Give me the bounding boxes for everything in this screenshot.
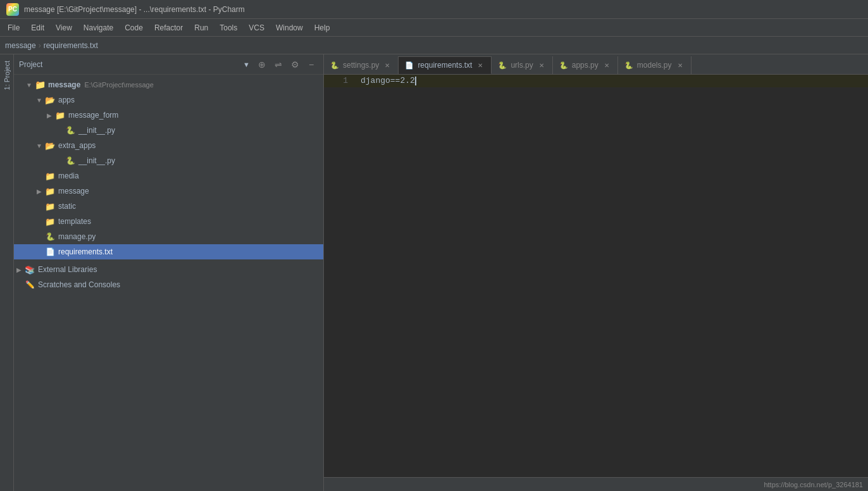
root-label: message <box>48 80 80 89</box>
message-form-arrow-icon: ▶ <box>44 112 54 119</box>
editor-line-1: 1 django==2.2 <box>324 75 868 87</box>
menu-bar: File Edit View Navigate Code Refactor Ru… <box>0 19 868 37</box>
ext-lib-icon: 📚 <box>24 264 35 275</box>
root-path: E:\GitProject\message <box>84 81 153 89</box>
panel-strip: 1: Project <box>0 54 14 491</box>
menu-help[interactable]: Help <box>309 22 335 34</box>
static-label: static <box>58 202 76 211</box>
breadcrumb-file[interactable]: requirements.txt <box>44 41 98 50</box>
apps-py-close-btn[interactable]: ✕ <box>602 61 611 70</box>
project-panel-header: Project ▼ ⊕ ⇌ ⚙ − <box>14 54 323 75</box>
scratches-icon: ✏️ <box>24 279 35 290</box>
tree-templates[interactable]: 📁 templates <box>14 214 323 229</box>
urls-py-icon: 🐍 <box>498 61 507 70</box>
urls-py-close-btn[interactable]: ✕ <box>537 61 546 70</box>
urls-py-tab-label: urls.py <box>511 61 533 70</box>
requirements-tab-icon: 📄 <box>405 61 414 70</box>
requirements-tab-label: requirements.txt <box>418 61 472 70</box>
apps-py-icon: 🐍 <box>559 61 568 70</box>
tree-scratches[interactable]: ✏️ Scratches and Consoles <box>14 277 323 292</box>
menu-edit[interactable]: Edit <box>26 22 49 34</box>
extra-apps-label: extra_apps <box>58 141 96 150</box>
tree-message-form[interactable]: ▶ 📁 message_form <box>14 108 323 123</box>
close-panel-btn[interactable]: − <box>304 58 318 71</box>
tree-external-libraries[interactable]: ▶ 📚 External Libraries <box>14 262 323 277</box>
breadcrumb-message[interactable]: message <box>5 41 36 50</box>
apps-py-tab-label: apps.py <box>572 61 598 70</box>
root-folder-icon: 📁 <box>34 79 46 90</box>
media-folder-icon: 📁 <box>44 170 56 182</box>
project-dropdown-arrow: ▼ <box>243 61 250 68</box>
root-arrow-icon: ▼ <box>24 82 34 89</box>
menu-window[interactable]: Window <box>271 22 308 34</box>
tab-models-py[interactable]: 🐍 models.py ✕ <box>618 56 691 74</box>
tab-urls-py[interactable]: 🐍 urls.py ✕ <box>492 56 552 74</box>
tree-apps[interactable]: ▼ 📂 apps <box>14 92 323 108</box>
tree-manage-py[interactable]: 🐍 manage.py <box>14 229 323 244</box>
message-subfolder-icon: 📁 <box>44 185 56 197</box>
window-title: message [E:\GitProject\message] - ...\re… <box>24 5 245 14</box>
text-cursor <box>415 77 416 85</box>
line-text-1: django==2.2 <box>361 76 415 85</box>
tab-bar: 🐍 settings.py ✕ 📄 requirements.txt ✕ 🐍 u… <box>324 54 868 75</box>
tab-apps-py[interactable]: 🐍 apps.py ✕ <box>553 56 618 74</box>
menu-refactor[interactable]: Refactor <box>149 22 188 34</box>
menu-code[interactable]: Code <box>120 22 148 34</box>
menu-run[interactable]: Run <box>189 22 213 34</box>
tree-root-message[interactable]: ▼ 📁 message E:\GitProject\message <box>14 77 323 92</box>
message-subfolder-label: message <box>58 187 89 196</box>
extra-apps-init-label: __init__.py <box>78 156 115 165</box>
tree-extra-apps[interactable]: ▼ 📂 extra_apps <box>14 138 323 153</box>
tree-message-subfolder[interactable]: ▶ 📁 message <box>14 183 323 199</box>
menu-tools[interactable]: Tools <box>214 22 242 34</box>
settings-py-tab-label: settings.py <box>343 61 379 70</box>
tree-media[interactable]: 📁 media <box>14 168 323 183</box>
apps-init-icon: 🐍 <box>65 125 76 136</box>
tree-requirements-txt[interactable]: 📄 requirements.txt <box>14 244 323 259</box>
status-bar: https://blog.csdn.net/p_3264181 <box>324 477 868 491</box>
models-py-close-btn[interactable]: ✕ <box>676 61 685 70</box>
scratches-label: Scratches and Consoles <box>38 280 120 289</box>
extra-apps-init-icon: 🐍 <box>65 155 76 166</box>
requirements-label: requirements.txt <box>58 247 113 256</box>
models-py-tab-label: models.py <box>637 61 672 70</box>
tree-apps-init[interactable]: 🐍 __init__.py <box>14 123 323 138</box>
status-url: https://blog.csdn.net/p_3264181 <box>764 481 863 488</box>
tab-settings-py[interactable]: 🐍 settings.py ✕ <box>324 56 399 74</box>
settings-icon-btn[interactable]: ⚙ <box>288 58 302 71</box>
extra-apps-folder-icon: 📂 <box>44 140 56 151</box>
message-form-folder-icon: 📁 <box>54 109 66 121</box>
tree-static[interactable]: 📁 static <box>14 199 323 214</box>
tree-extra-apps-init[interactable]: 🐍 __init__.py <box>14 153 323 168</box>
apps-folder-icon: 📂 <box>44 94 56 106</box>
apps-arrow-icon: ▼ <box>34 97 44 104</box>
scope-icon-btn[interactable]: ⊕ <box>255 58 269 71</box>
breadcrumb-separator: › <box>39 41 41 50</box>
settings-py-icon: 🐍 <box>330 61 339 70</box>
file-tree: ▼ 📁 message E:\GitProject\message ▼ 📂 ap… <box>14 75 323 491</box>
editor-area: 🐍 settings.py ✕ 📄 requirements.txt ✕ 🐍 u… <box>324 54 868 491</box>
apps-label: apps <box>58 96 75 104</box>
menu-view[interactable]: View <box>51 22 77 34</box>
project-panel: Project ▼ ⊕ ⇌ ⚙ − ▼ 📁 message E:\GitProj… <box>14 54 324 491</box>
static-folder-icon: 📁 <box>44 201 56 212</box>
media-label: media <box>58 171 79 180</box>
tab-requirements-txt[interactable]: 📄 requirements.txt ✕ <box>399 56 492 74</box>
requirements-icon: 📄 <box>44 246 56 258</box>
menu-file[interactable]: File <box>3 22 25 34</box>
message-subfolder-arrow-icon: ▶ <box>34 188 44 195</box>
requirements-close-btn[interactable]: ✕ <box>476 61 485 70</box>
templates-folder-icon: 📁 <box>44 216 56 227</box>
breadcrumb-bar: message › requirements.txt <box>0 37 868 54</box>
editor-lines[interactable]: 1 django==2.2 <box>324 75 868 477</box>
project-panel-tab[interactable]: 1: Project <box>2 57 12 94</box>
app-logo: PC <box>6 3 19 16</box>
menu-vcs[interactable]: VCS <box>244 22 270 34</box>
settings-py-close-btn[interactable]: ✕ <box>383 61 392 70</box>
menu-navigate[interactable]: Navigate <box>78 22 118 34</box>
models-py-icon: 🐍 <box>624 61 633 70</box>
templates-label: templates <box>58 217 91 226</box>
title-bar: PC message [E:\GitProject\message] - ...… <box>0 0 868 19</box>
ext-lib-label: External Libraries <box>38 265 97 274</box>
layout-icon-btn[interactable]: ⇌ <box>271 58 285 71</box>
